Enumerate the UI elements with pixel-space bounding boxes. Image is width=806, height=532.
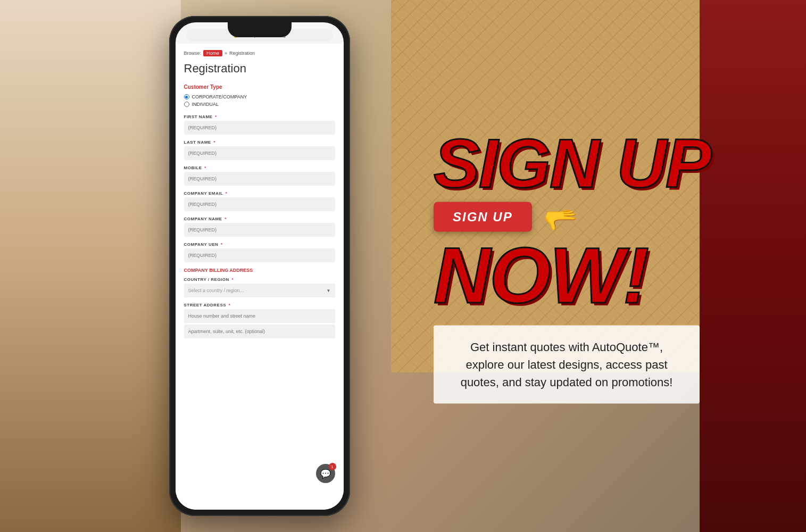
phone-frame: 🔒 eventspartner.com.sg Browse: Home » Re…: [169, 16, 350, 516]
company-email-input[interactable]: [184, 197, 335, 211]
street-address-field-group: STREET ADDRESS *: [184, 303, 335, 338]
radio-individual[interactable]: INDIVIDUAL: [184, 102, 335, 107]
customer-type-label: Customer Type: [184, 84, 335, 90]
hero-heading: SIGN UP SIGN UP 🫳 NOW!: [434, 129, 774, 315]
last-name-required: *: [213, 140, 215, 145]
company-uen-required: *: [221, 242, 223, 247]
country-select[interactable]: Select a country / region... Singapore M…: [184, 284, 335, 297]
chat-icon: 💬: [320, 469, 331, 479]
last-name-field-group: LAST NAME *: [184, 140, 335, 160]
company-uen-field-group: COMPANY UEN *: [184, 242, 335, 262]
street-address-label: STREET ADDRESS *: [184, 303, 335, 307]
company-uen-input[interactable]: [184, 248, 335, 262]
company-name-field-group: COMPANY NAME *: [184, 217, 335, 237]
chat-bubble[interactable]: 💬 1: [316, 464, 335, 483]
company-name-input[interactable]: [184, 223, 335, 237]
radio-corporate-circle[interactable]: [184, 94, 189, 99]
signup-button-area: SIGN UP: [434, 202, 532, 232]
first-name-required: *: [215, 114, 217, 119]
sign-up-button[interactable]: SIGN UP: [434, 202, 532, 232]
company-name-required: *: [225, 217, 227, 221]
breadcrumb-current: Registration: [229, 51, 255, 56]
street-address-input[interactable]: [184, 309, 335, 323]
page-content[interactable]: Browse: Home » Registration Registration…: [176, 44, 344, 510]
company-email-field-group: COMPANY EMAIL *: [184, 191, 335, 211]
mobile-field-group: MOBILE *: [184, 165, 335, 186]
mobile-label: MOBILE *: [184, 165, 335, 170]
hero-line2: NOW!: [434, 236, 774, 315]
country-field-group: COUNTRY / REGION * Select a country / re…: [184, 277, 335, 297]
info-box: Get instant quotes with AutoQuote™, expl…: [434, 326, 700, 404]
phone-notch: [228, 22, 292, 37]
radio-individual-circle[interactable]: [184, 102, 189, 107]
country-select-wrapper: Select a country / region... Singapore M…: [184, 284, 335, 297]
breadcrumb: Browse: Home » Registration: [184, 50, 335, 56]
last-name-label: LAST NAME *: [184, 140, 335, 145]
info-text: Get instant quotes with AutoQuote™, expl…: [451, 338, 683, 391]
company-uen-label: COMPANY UEN *: [184, 242, 335, 247]
radio-individual-label: INDIVIDUAL: [192, 102, 219, 107]
hero-line1: SIGN UP: [434, 129, 774, 198]
mobile-required: *: [204, 165, 206, 170]
street-address2-input[interactable]: [184, 325, 335, 338]
phone-mockup: 🔒 eventspartner.com.sg Browse: Home » Re…: [169, 16, 350, 516]
chat-badge: 1: [329, 463, 336, 470]
last-name-input[interactable]: [184, 146, 335, 160]
hand-pointing-icon: 🫳: [541, 206, 575, 234]
billing-section-label: COMPANY BILLING ADDRESS: [184, 268, 335, 273]
first-name-label: FIRST NAME *: [184, 114, 335, 119]
first-name-field-group: FIRST NAME *: [184, 114, 335, 135]
bg-left-panel: [0, 0, 181, 532]
breadcrumb-browse: Browse:: [184, 51, 202, 56]
country-label: COUNTRY / REGION *: [184, 277, 335, 282]
company-name-label: COMPANY NAME *: [184, 217, 335, 221]
mobile-input[interactable]: [184, 172, 335, 186]
radio-corporate-label: CORPORATE/COMPANY: [192, 94, 247, 99]
breadcrumb-home[interactable]: Home: [203, 50, 222, 56]
breadcrumb-separator: »: [225, 51, 227, 56]
company-email-required: *: [226, 191, 228, 196]
radio-corporate[interactable]: CORPORATE/COMPANY: [184, 94, 335, 99]
country-required: *: [232, 277, 234, 282]
customer-type-radio-group: CORPORATE/COMPANY INDIVIDUAL: [184, 94, 335, 107]
phone-screen: 🔒 eventspartner.com.sg Browse: Home » Re…: [176, 22, 344, 510]
page-title: Registration: [184, 62, 335, 76]
street-required: *: [229, 303, 231, 307]
company-email-label: COMPANY EMAIL *: [184, 191, 335, 196]
first-name-input[interactable]: [184, 121, 335, 135]
hero-panel: SIGN UP SIGN UP 🫳 NOW! Get instant quote…: [434, 129, 774, 404]
